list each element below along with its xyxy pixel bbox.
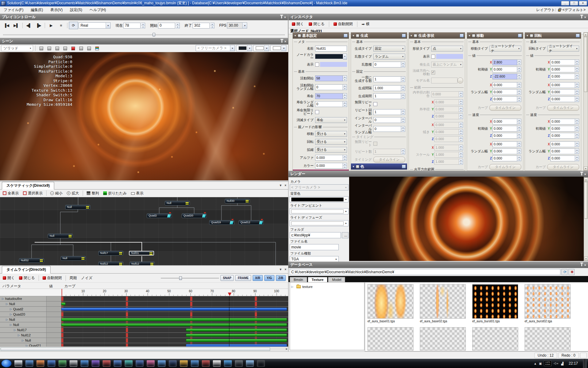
snap-button[interactable]: SNAP [221,275,234,281]
keyframe-marker[interactable] [190,312,192,316]
spinner[interactable]: ▲▼ [575,82,579,88]
timeline-close-button[interactable]: 閉じる [17,275,36,281]
inspector-horizontal-button[interactable]: ➡横 [360,21,371,27]
taskbar-icon-0[interactable] [14,360,22,367]
spinner[interactable]: ▲▼ [575,148,579,154]
thumbnail-item[interactable] [472,327,518,351]
axis-input-x[interactable]: 0.000 [492,82,517,88]
thumbnail-item[interactable] [420,327,466,351]
play-button[interactable]: ▶ [47,22,56,29]
timeline-row-track[interactable] [61,296,288,301]
schematic-node-Null[interactable]: Null [165,201,190,205]
dropdown[interactable]: 点▼ [431,46,463,52]
timeline-row-name[interactable]: ▷Null [0,317,47,322]
scene-color-select-2[interactable]: ▼ [270,45,286,51]
timeline-ruler[interactable]: 102030405060708090100 [0,289,288,296]
tree-expand-icon[interactable]: ▷ [10,308,12,311]
menu-item[interactable]: 編集(E) [27,6,47,13]
keyframe-marker[interactable] [255,297,257,301]
spinner[interactable]: ▲▼ [517,59,521,65]
end-frame-spinner[interactable]: ▲▼ [210,23,214,29]
taskbar-icon-17[interactable] [202,360,210,367]
database-tab-model[interactable]: Model [328,277,345,282]
schematic-collapse-button[interactable]: 折りたたみ [102,190,128,197]
taskbar-icon-9[interactable] [114,360,122,367]
timeline-row-track[interactable] [61,301,288,306]
schematic-node-Null30[interactable]: Null30 [225,199,250,203]
section-header-basic[interactable]: ▼基本設定 [293,33,349,39]
timeline-row-name[interactable]: ▷Null [0,338,47,343]
timeline-row-name[interactable]: ▷Quad20 [0,312,47,317]
thumbnail-item[interactable]: ef_aura_burst01.tga [472,284,518,325]
timeline-row-name[interactable]: ▷Quad2 [0,307,47,312]
number-input[interactable]: 70 [315,93,343,99]
taskbar-icon-11[interactable] [136,360,144,367]
texture-thumbnail[interactable] [420,327,466,351]
dropdown[interactable]: 受ける▼ [315,139,347,145]
pin-icon[interactable] [281,16,282,18]
start-button[interactable] [1,359,12,367]
schematic-node-Quad2[interactable]: Quad2 [147,213,172,218]
axis-input-x[interactable]: 0.000 [550,141,575,147]
axis-input-z[interactable]: 0.000 [550,155,575,161]
axis-input-y[interactable]: 0.000 [550,126,575,132]
tree-expand-icon[interactable]: ▷ [10,323,12,326]
spinner[interactable]: ▲▼ [517,74,521,79]
render-vscrollbar[interactable]: ▲ ▼ [584,177,588,261]
thumbnail-item[interactable]: ef_aura_burst02.tga [525,284,571,325]
schematic-zoom-out-button[interactable]: −縮小 [49,190,64,197]
clock[interactable]: 22:17 [566,361,581,366]
section-page-icon[interactable] [460,34,464,37]
maximize-button[interactable]: □ [570,1,578,6]
taskbar-icon-6[interactable] [81,360,89,367]
taskbar-icon-5[interactable] [70,360,77,367]
checkbox[interactable] [315,110,319,114]
spinner[interactable]: ▲▼ [575,96,579,102]
dropdown[interactable]: ニュートンダイナ▼ [489,46,521,52]
checkbox[interactable] [431,55,435,59]
taskbar-icon-20[interactable] [235,360,243,367]
close-button[interactable]: × [579,1,587,6]
spinner[interactable]: ▲▼ [401,93,405,99]
texture-thumbnail[interactable] [420,284,466,319]
axis-input-z[interactable]: 0.000 [550,133,575,139]
timeline-row-name[interactable]: ▷Null [0,301,47,306]
network-icon[interactable]: ▟ [561,362,564,365]
playhead-marker[interactable] [228,293,232,296]
taskbar-icon-8[interactable] [103,360,111,367]
spinner[interactable]: ▲▼ [575,74,579,79]
render-camera-select[interactable]: < フリーカメラ >▼ [290,184,349,190]
axis-input-y[interactable]: 0.000 [550,67,575,72]
fps-select[interactable]: 30.00▼ [227,22,247,29]
axis-input-z[interactable]: 0.000 [492,155,517,161]
inspector-auto-button[interactable]: 自動開閉 [332,21,354,27]
number-input[interactable]: 1 [373,93,401,99]
seek-handle[interactable] [153,33,155,36]
spinner[interactable]: ▲▼ [343,163,347,169]
number-input[interactable]: 1 [373,76,401,82]
spinner[interactable]: ▲▼ [575,126,579,132]
track-bar-green[interactable] [186,339,287,342]
spinner[interactable]: ▲▼ [343,93,347,99]
menu-item[interactable]: ファイル(F) [0,6,27,13]
spinner[interactable]: ▲▼ [401,117,405,123]
number-input[interactable]: 1 [373,109,401,115]
keyframe-marker[interactable] [61,328,63,332]
keyframe-marker[interactable] [126,302,128,306]
keyframe-marker[interactable] [126,312,128,316]
taskbar-icon-4[interactable] [58,360,66,367]
spinner[interactable]: ▲▼ [517,67,521,72]
taskbar-icon-22[interactable] [257,360,265,367]
spinner[interactable]: ▲▼ [575,59,579,65]
thumbnail-item[interactable] [368,327,413,351]
spinner[interactable]: ▲▼ [575,155,579,161]
taskbar-icon-3[interactable] [47,360,55,367]
frame-button[interactable]: FRAME [235,275,251,281]
axis-input-x[interactable]: 2.800 [492,59,517,65]
axis-input-y[interactable]: 0.000 [492,67,517,72]
database-path-input[interactable]: C:¥Users¥developer¥Documents¥Matchlock¥B… [290,269,560,275]
schematic-tab[interactable]: スケマティック(Directx9) [2,182,54,190]
tree-expand-icon[interactable]: ▷ [10,313,12,316]
scene-color-select-1[interactable]: ▼ [253,45,269,51]
close-panel-icon[interactable]: × [285,268,286,271]
